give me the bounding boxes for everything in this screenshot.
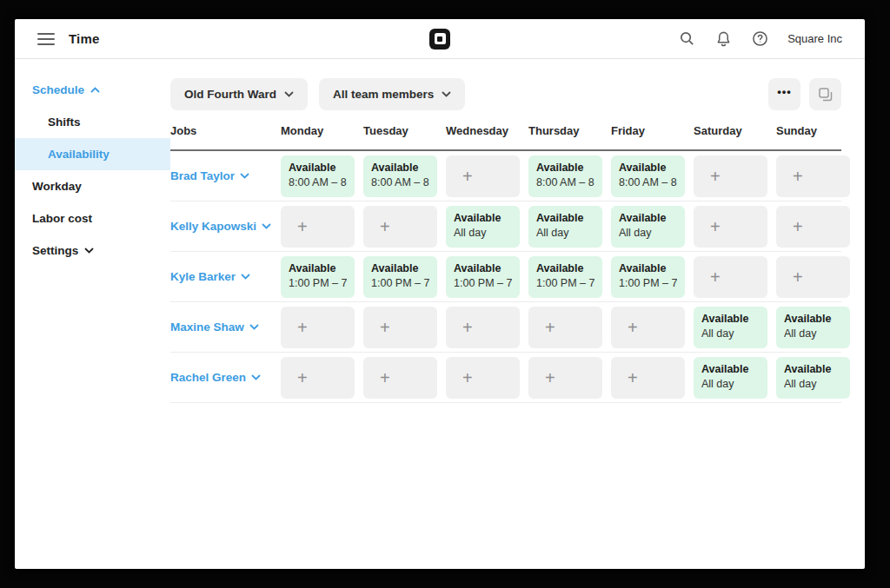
availability-status: Available [371,162,429,174]
add-availability-cell[interactable]: + [363,206,437,248]
availability-cell[interactable]: Available8:00 AM – 8… [611,155,685,197]
availability-time: All day [454,227,512,239]
availability-cell[interactable]: AvailableAll day [776,307,850,348]
team-member-name: Rachel Green [170,371,246,384]
plus-icon: + [462,369,473,386]
plus-icon: + [628,369,638,386]
availability-cell[interactable]: AvailableAll day [694,357,767,399]
availability-cell[interactable]: Available1:00 PM – 7… [611,256,685,298]
plus-icon: + [628,319,638,336]
add-availability-cell[interactable]: + [363,307,437,348]
add-availability-cell[interactable]: + [611,307,685,348]
add-availability-cell[interactable]: + [694,256,767,298]
add-availability-cell[interactable]: + [528,357,602,399]
chevron-down-icon [84,248,94,254]
team-member-link[interactable]: Kyle Barker [170,270,272,283]
team-members-filter-dropdown[interactable]: All team members [319,78,465,110]
availability-cell[interactable]: Available1:00 PM – 7… [363,256,437,298]
hamburger-menu-icon[interactable] [37,33,55,45]
availability-status: Available [784,313,842,325]
plus-icon: + [297,218,308,235]
availability-status: Available [701,313,760,325]
copy-week-button[interactable] [809,78,841,110]
availability-cell[interactable]: Available8:00 AM – 8… [528,155,602,197]
account-name[interactable]: Square Inc [787,32,842,45]
add-availability-cell[interactable]: + [446,307,520,348]
notifications-bell-icon[interactable] [714,30,732,48]
plus-icon: + [710,168,721,185]
availability-time: 1:00 PM – 7… [619,277,677,289]
location-filter-dropdown[interactable]: Old Fourth Ward [170,78,308,110]
square-logo-icon[interactable] [429,29,450,50]
availability-cell[interactable]: Available1:00 PM – 7… [281,256,355,298]
availability-cell[interactable]: AvailableAll day [611,206,685,248]
page-title: Time [69,31,100,46]
table-row: Kelly Kapowski++AvailableAll dayAvailabl… [170,202,841,252]
sidebar-item-label: Settings [32,244,78,257]
plus-icon: + [545,319,555,336]
availability-status: Available [371,262,429,274]
sidebar-item-label: Availability [48,148,110,161]
sidebar-navigation: Schedule Shifts Availability Workday Lab… [15,59,170,569]
team-member-link[interactable]: Kelly Kapowski [170,220,272,233]
plus-icon: + [710,218,721,235]
help-icon[interactable] [751,30,768,48]
grid-header-row: JobsMondayTuesdayWednesdayThursdayFriday… [170,124,841,151]
availability-cell[interactable]: AvailableAll day [694,307,767,348]
add-availability-cell[interactable]: + [776,155,850,197]
column-header: Jobs [170,124,272,137]
more-options-button[interactable]: ••• [768,78,800,110]
availability-cell[interactable]: Available8:00 AM – 8… [363,155,437,197]
team-member-name: Kelly Kapowski [170,220,256,233]
team-member-link[interactable]: Brad Taylor [170,169,272,182]
column-header: Saturday [694,124,767,137]
availability-time: 8:00 AM – 8… [536,176,594,188]
table-row: Brad TaylorAvailable8:00 AM – 8…Availabl… [170,151,841,202]
add-availability-cell[interactable]: + [281,307,355,348]
team-member-link[interactable]: Rachel Green [170,371,272,384]
availability-time: All day [701,378,760,390]
filter-toolbar: Old Fourth Ward All team members ••• [170,78,841,110]
add-availability-cell[interactable]: + [694,155,767,197]
availability-cell[interactable]: AvailableAll day [446,206,520,248]
availability-cell[interactable]: AvailableAll day [528,206,602,248]
availability-cell[interactable]: AvailableAll day [776,357,850,399]
sidebar-item-workday[interactable]: Workday [15,170,170,202]
plus-icon: + [793,218,803,235]
availability-cell[interactable]: Available1:00 PM – 7… [446,256,520,298]
availability-status: Available [784,363,842,375]
sidebar-item-schedule[interactable]: Schedule [15,74,170,106]
add-availability-cell[interactable]: + [281,357,355,399]
table-row: Rachel Green+++++AvailableAll dayAvailab… [170,353,841,403]
column-header: Thursday [528,124,602,137]
plus-icon: + [462,319,473,336]
chevron-down-icon [251,374,261,380]
search-icon[interactable] [678,30,695,48]
availability-cell[interactable]: Available1:00 PM – 7… [528,256,602,298]
add-availability-cell[interactable]: + [446,357,520,399]
add-availability-cell[interactable]: + [528,307,602,348]
add-availability-cell[interactable]: + [694,206,767,248]
add-availability-cell[interactable]: + [611,357,685,399]
team-member-link[interactable]: Maxine Shaw [170,320,272,334]
add-availability-cell[interactable]: + [363,357,437,399]
sidebar-item-labor-cost[interactable]: Labor cost [15,202,170,235]
availability-main-panel: Old Fourth Ward All team members ••• [170,59,841,569]
add-availability-cell[interactable]: + [446,155,520,197]
grid-body: Brad TaylorAvailable8:00 AM – 8…Availabl… [170,151,841,403]
plus-icon: + [297,319,308,336]
add-availability-cell[interactable]: + [281,206,355,248]
availability-cell[interactable]: Available8:00 AM – 8… [281,155,355,197]
copy-icon [818,87,834,102]
availability-grid: JobsMondayTuesdayWednesdayThursdayFriday… [170,124,841,403]
availability-time: 1:00 PM – 7… [289,277,347,289]
sidebar-item-shifts[interactable]: Shifts [15,106,170,138]
sidebar-item-settings[interactable]: Settings [15,235,170,267]
add-availability-cell[interactable]: + [776,256,850,298]
availability-status: Available [536,212,594,224]
table-row: Kyle BarkerAvailable1:00 PM – 7…Availabl… [170,252,841,302]
sidebar-item-availability[interactable]: Availability [15,138,170,170]
availability-status: Available [701,363,760,375]
add-availability-cell[interactable]: + [776,206,850,248]
availability-time: All day [536,227,594,239]
